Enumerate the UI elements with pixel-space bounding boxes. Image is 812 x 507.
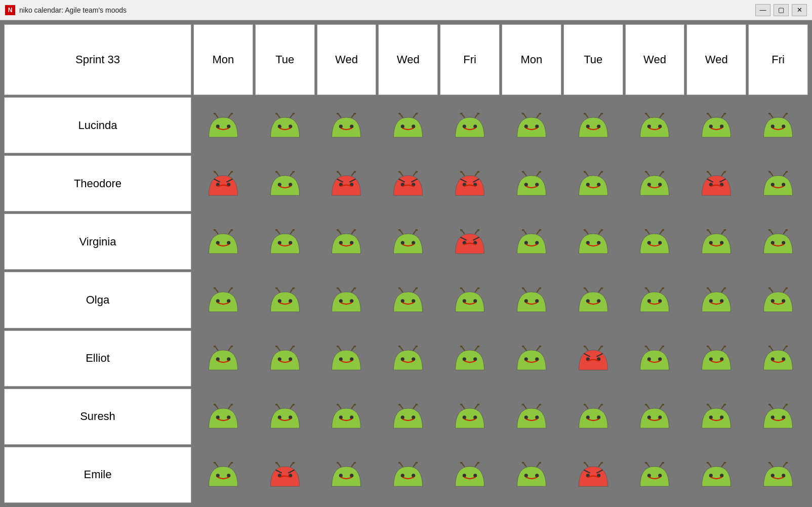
mood-cell-3-4[interactable] xyxy=(440,272,500,328)
svg-line-375 xyxy=(229,463,231,467)
mood-cell-6-8[interactable] xyxy=(686,447,746,503)
mood-cell-4-9[interactable] xyxy=(748,330,808,387)
svg-line-187 xyxy=(784,230,786,234)
mood-cell-6-7[interactable] xyxy=(625,447,685,503)
mood-cell-1-7[interactable] xyxy=(625,155,685,212)
mood-cell-4-8[interactable] xyxy=(686,330,746,387)
svg-line-7 xyxy=(290,113,293,117)
mood-cell-0-1[interactable] xyxy=(255,97,315,153)
mood-cell-3-9[interactable] xyxy=(748,272,808,328)
svg-line-421 xyxy=(660,463,663,467)
svg-line-369 xyxy=(784,405,786,408)
mood-cell-3-5[interactable] xyxy=(502,272,561,328)
svg-line-205 xyxy=(352,288,354,292)
mood-cell-6-3[interactable] xyxy=(378,447,438,503)
mood-cell-1-3[interactable] xyxy=(378,155,438,212)
mood-cell-3-8[interactable] xyxy=(686,272,746,328)
svg-line-363 xyxy=(722,405,724,408)
person-row-0: Lucinda xyxy=(4,97,808,153)
mood-cell-0-8[interactable] xyxy=(686,97,746,153)
person-row-4: Elliot xyxy=(4,330,808,387)
mood-cell-6-2[interactable] xyxy=(317,447,377,503)
mood-cell-3-7[interactable] xyxy=(625,272,685,328)
mood-cell-5-0[interactable] xyxy=(193,389,253,445)
mood-cell-2-9[interactable] xyxy=(748,214,808,270)
mood-cell-0-7[interactable] xyxy=(625,97,685,153)
mood-face-6-2 xyxy=(326,462,367,487)
mood-cell-0-2[interactable] xyxy=(317,97,377,153)
mood-cell-0-0[interactable] xyxy=(193,97,253,153)
mood-cell-5-7[interactable] xyxy=(625,389,685,445)
mood-cell-4-7[interactable] xyxy=(625,330,685,387)
mood-face-0-2 xyxy=(326,113,367,138)
mood-cell-4-2[interactable] xyxy=(317,330,377,387)
mood-cell-2-0[interactable] xyxy=(193,214,253,270)
mood-cell-1-6[interactable] xyxy=(563,155,623,212)
svg-line-420 xyxy=(646,463,649,467)
mood-cell-5-8[interactable] xyxy=(686,389,746,445)
mood-cell-5-5[interactable] xyxy=(502,389,561,445)
mood-face-1-4 xyxy=(450,171,490,196)
mood-cell-6-5[interactable] xyxy=(502,447,561,503)
mood-cell-5-2[interactable] xyxy=(317,389,377,445)
mood-cell-4-3[interactable] xyxy=(378,330,438,387)
mood-cell-3-0[interactable] xyxy=(193,272,253,328)
svg-line-90 xyxy=(462,172,464,175)
mood-cell-6-9[interactable] xyxy=(748,447,808,503)
svg-line-82 xyxy=(400,172,402,175)
mood-cell-1-0[interactable] xyxy=(193,155,253,212)
mood-cell-2-5[interactable] xyxy=(502,214,561,270)
mood-cell-5-9[interactable] xyxy=(748,389,808,445)
minimize-button[interactable]: — xyxy=(755,4,770,16)
svg-line-327 xyxy=(352,405,354,408)
mood-cell-4-4[interactable] xyxy=(440,330,500,387)
mood-cell-0-5[interactable] xyxy=(502,97,561,153)
mood-cell-0-4[interactable] xyxy=(440,97,500,153)
mood-cell-0-9[interactable] xyxy=(748,97,808,153)
mood-cell-2-8[interactable] xyxy=(686,214,746,270)
mood-cell-5-1[interactable] xyxy=(255,389,315,445)
mood-cell-2-1[interactable] xyxy=(255,214,315,270)
mood-cell-1-2[interactable] xyxy=(317,155,377,212)
maximize-button[interactable]: ▢ xyxy=(774,4,789,16)
mood-face-3-8 xyxy=(696,287,737,313)
mood-face-5-7 xyxy=(634,404,675,429)
mood-cell-1-4[interactable] xyxy=(440,155,500,212)
mood-cell-0-3[interactable] xyxy=(378,97,438,153)
mood-cell-2-7[interactable] xyxy=(625,214,685,270)
mood-cell-3-1[interactable] xyxy=(255,272,315,328)
mood-cell-3-2[interactable] xyxy=(317,272,377,328)
svg-line-25 xyxy=(475,113,478,117)
mood-cell-2-3[interactable] xyxy=(378,214,438,270)
mood-cell-1-9[interactable] xyxy=(748,155,808,212)
mood-cell-2-2[interactable] xyxy=(317,214,377,270)
mood-cell-4-5[interactable] xyxy=(502,330,561,387)
mood-cell-5-4[interactable] xyxy=(440,389,500,445)
mood-cell-4-1[interactable] xyxy=(255,330,315,387)
mood-cell-6-6[interactable] xyxy=(563,447,623,503)
mood-cell-6-0[interactable] xyxy=(193,447,253,503)
mood-cell-3-6[interactable] xyxy=(563,272,623,328)
person-name-5: Suresh xyxy=(4,389,191,445)
mood-cell-1-1[interactable] xyxy=(255,155,315,212)
mood-face-5-4 xyxy=(450,404,490,429)
person-name-text-0: Lucinda xyxy=(78,119,117,132)
mood-cell-5-6[interactable] xyxy=(563,389,623,445)
mood-cell-2-6[interactable] xyxy=(563,214,623,270)
mood-cell-3-3[interactable] xyxy=(378,272,438,328)
mood-cell-1-5[interactable] xyxy=(502,155,561,212)
mood-cell-4-0[interactable] xyxy=(193,330,253,387)
mood-cell-5-3[interactable] xyxy=(378,389,438,445)
mood-cell-1-8[interactable] xyxy=(686,155,746,212)
mood-cell-0-6[interactable] xyxy=(563,97,623,153)
svg-line-321 xyxy=(290,405,293,408)
mood-cell-6-1[interactable] xyxy=(255,447,315,503)
svg-line-326 xyxy=(338,405,341,408)
mood-cell-4-6[interactable] xyxy=(563,330,623,387)
svg-line-24 xyxy=(462,113,464,117)
day-header-5: Mon xyxy=(502,24,561,95)
close-button[interactable]: ✕ xyxy=(792,4,807,16)
mood-cell-2-4[interactable] xyxy=(440,214,500,270)
svg-line-394 xyxy=(400,463,402,467)
mood-cell-6-4[interactable] xyxy=(440,447,500,503)
